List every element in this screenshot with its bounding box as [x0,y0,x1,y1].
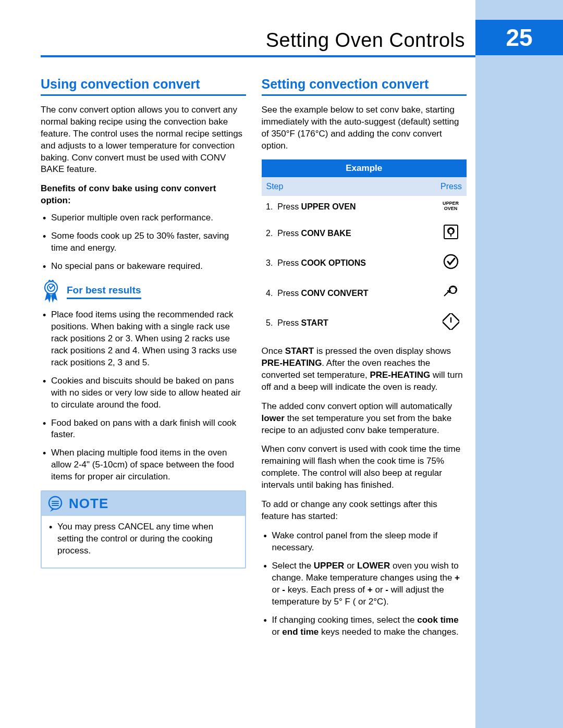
step-cell: 4. Press CONV CONVERT [262,278,435,309]
best-results-heading: For best results [41,280,246,303]
press-icon-cell [435,308,467,338]
list-item: If changing cooking times, select the co… [262,614,467,638]
cook-options-icon [443,253,459,270]
note-box: NOTE You may press CANCEL any time when … [41,490,246,569]
note-speech-icon [47,496,64,512]
paragraph: The added conv convert option will autom… [262,401,467,437]
list-item: No special pans or bakeware required. [41,261,246,273]
start-icon [443,313,459,330]
intro-paragraph: The conv convert option allows you to co… [41,104,246,176]
conv-convert-icon [443,283,459,300]
svg-rect-6 [444,225,458,239]
page-title: Setting Oven Controls [266,27,465,54]
column-header-step: Step [262,178,435,196]
list-item: Food baked on pans with a dark finish wi… [41,417,246,441]
list-item: Superior multiple oven rack performance. [41,212,246,224]
header-divider [41,55,475,57]
benefits-list: Superior multiple oven rack performance.… [41,212,246,273]
conv-bake-icon [443,224,459,240]
example-table-title: Example [262,159,467,178]
paragraph: To add or change any cook settings after… [262,499,467,523]
intro-paragraph: See the example below to set conv bake, … [262,104,467,152]
press-icon-cell: UPPEROVEN [435,196,467,218]
list-item: Select the UPPER or LOWER oven you wish … [262,560,467,608]
page-side-band [475,0,563,728]
section-heading-setting-convection-convert: Setting convection convert [262,76,467,96]
step-cell: 1. Press UPPER OVEN [262,196,435,218]
right-column: Setting convection convert See the examp… [262,76,467,646]
step-cell: 5. Press START [262,308,435,338]
list-item: Wake control panel from the sleep mode i… [262,530,467,554]
paragraph: When conv convert is used with cook time… [262,443,467,491]
press-icon-cell [435,248,467,278]
best-results-list: Place food items using the recommended r… [41,309,246,483]
step-cell: 2. Press CONV BAKE [262,218,435,249]
page-number: 25 [475,20,563,55]
example-table: Example Step Press 1. Press UPPER OVEN U… [262,159,467,338]
upper-oven-icon: UPPEROVEN [443,201,459,212]
award-ribbon-icon [41,280,62,303]
list-item: You may press CANCEL any time when setti… [47,521,240,557]
left-column: Using convection convert The conv conver… [41,76,246,646]
note-label: NOTE [69,495,108,513]
paragraph: Once START is pressed the oven display s… [262,346,467,393]
step-cell: 3. Press COOK OPTIONS [262,248,435,278]
svg-point-10 [449,286,457,293]
list-item: When placing multiple food items in the … [41,447,246,483]
column-header-press: Press [435,178,467,196]
section-heading-using-convection-convert: Using convection convert [41,76,246,96]
press-icon-cell [435,278,467,309]
list-item: Place food items using the recommended r… [41,309,246,369]
change-settings-list: Wake control panel from the sleep mode i… [262,530,467,638]
press-icon-cell [435,218,467,249]
svg-point-9 [444,255,458,268]
note-list: You may press CANCEL any time when setti… [47,521,240,557]
best-results-label: For best results [67,283,141,300]
list-item: Cookies and biscuits should be baked on … [41,375,246,411]
benefits-heading: Benefits of conv bake using conv convert… [41,183,246,207]
svg-point-7 [448,228,454,234]
list-item: Some foods cook up 25 to 30% faster, sav… [41,230,246,254]
